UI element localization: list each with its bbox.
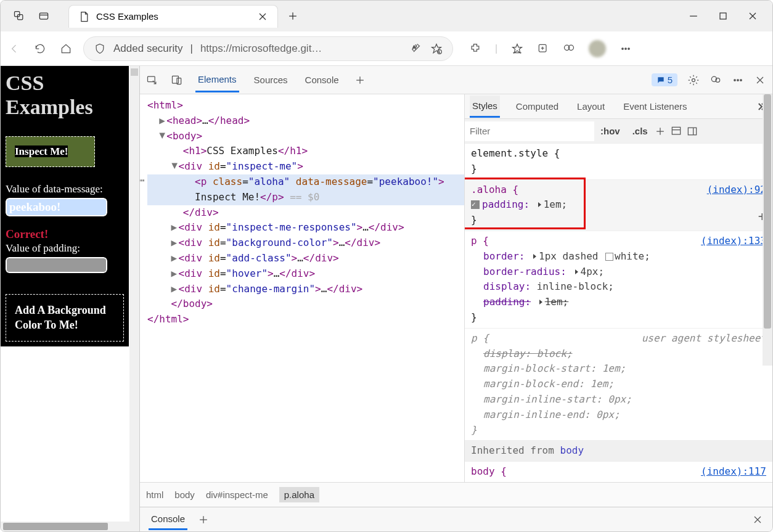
drawer-add-tab-icon[interactable] [197, 514, 210, 526]
titlebar: CSS Examples [1, 1, 772, 31]
refresh-icon[interactable] [34, 43, 46, 55]
svg-rect-3 [720, 13, 726, 19]
dom-breadcrumbs[interactable]: html body div#inspect-me p.aloha [140, 482, 772, 507]
styles-tab-layout[interactable]: Layout [575, 96, 607, 117]
page-icon [78, 10, 90, 23]
drawer-tab-console[interactable]: Console [149, 509, 187, 530]
toggle-sidebar-icon[interactable] [686, 125, 698, 137]
page-heading: CSS Examples [6, 71, 124, 119]
tab-console[interactable]: Console [303, 68, 342, 91]
back-icon[interactable] [8, 43, 20, 55]
issues-badge[interactable]: 5 [652, 73, 677, 86]
elements-tree[interactable]: <html> ▶<head>…</head> ▶<body> <h1>CSS E… [140, 94, 464, 482]
toolbar: Added security | https://microsoftedge.g… [1, 31, 772, 66]
bc-body[interactable]: body [174, 489, 195, 500]
devtools-tabs: Elements Sources Console 5 [140, 66, 772, 94]
hov-toggle[interactable]: :hov [594, 126, 626, 136]
shield-icon [94, 43, 106, 55]
settings-icon[interactable] [687, 74, 700, 86]
inspect-element-icon[interactable] [146, 74, 158, 86]
svg-point-19 [737, 79, 739, 81]
bc-html[interactable]: html [146, 489, 163, 500]
feedback-icon[interactable] [710, 74, 722, 86]
svg-rect-2 [39, 13, 47, 19]
svg-rect-12 [148, 76, 155, 81]
drawer-close-icon[interactable] [751, 514, 764, 526]
minimize-icon[interactable] [687, 10, 700, 22]
svg-rect-21 [672, 127, 680, 134]
bc-div[interactable]: div#inspect-me [206, 489, 268, 500]
home-icon[interactable] [60, 43, 72, 55]
tab-actions-icon[interactable] [38, 10, 50, 22]
close-tab-icon[interactable] [256, 10, 269, 23]
page-vertical-scrollbar[interactable] [129, 66, 139, 531]
address-bar[interactable]: Added security | https://microsoftedge.g… [83, 36, 453, 61]
svg-point-15 [692, 78, 695, 81]
device-toolbar-icon[interactable] [171, 74, 183, 86]
computed-styles-icon[interactable] [670, 125, 682, 137]
new-tab-icon[interactable] [287, 10, 299, 22]
devtools: Elements Sources Console 5 <html> ▶<head… [139, 66, 772, 531]
workspaces-icon[interactable] [13, 10, 25, 22]
prop-checkbox[interactable] [471, 200, 480, 209]
rule-p[interactable]: (index):133 p { border: 1px dashed white… [465, 231, 772, 329]
tab-sources[interactable]: Sources [252, 68, 290, 91]
close-window-icon[interactable] [746, 10, 759, 22]
svg-point-18 [734, 79, 736, 81]
styles-tab-computed[interactable]: Computed [513, 96, 561, 117]
svg-point-10 [625, 47, 627, 49]
source-link-aloha[interactable]: (index):92 [707, 182, 766, 198]
cls-toggle[interactable]: .cls [626, 126, 654, 136]
browser-essentials-icon[interactable] [563, 43, 575, 55]
styles-scrollbar[interactable] [763, 94, 772, 366]
inherited-from: Inherited from body [465, 441, 772, 462]
svg-point-20 [740, 79, 742, 81]
data-message-input[interactable]: peekaboo! [6, 198, 107, 216]
highlight-annotation [465, 178, 586, 229]
styles-tab-styles[interactable]: Styles [470, 96, 500, 118]
browser-tab[interactable]: CSS Examples [68, 5, 278, 28]
devtools-close-icon[interactable] [754, 74, 766, 86]
rule-element-style[interactable]: element.style { } [465, 144, 772, 180]
label-padding: Value of padding: [6, 242, 124, 255]
styles-tab-listeners[interactable]: Event Listeners [621, 96, 689, 117]
svg-text:A⁾: A⁾ [412, 44, 417, 50]
more-icon[interactable] [620, 43, 632, 55]
padding-input[interactable] [6, 257, 107, 273]
devtools-more-icon[interactable] [732, 74, 744, 86]
bc-p[interactable]: p.aloha [279, 487, 319, 502]
bg-color-box[interactable]: Add A Background Color To Me! [6, 294, 124, 342]
new-style-rule-icon[interactable] [654, 125, 666, 137]
page-horizontal-scrollbar[interactable] [1, 522, 139, 531]
rule-body[interactable]: (index):117 body { [465, 462, 772, 482]
favorite-icon[interactable] [430, 43, 443, 55]
selected-dom-node[interactable]: <p class="aloha" data-message="peekaboo!… [147, 174, 464, 190]
tab-elements[interactable]: Elements [195, 68, 239, 92]
tab-title-text: CSS Examples [96, 11, 158, 22]
svg-rect-13 [173, 76, 179, 83]
rule-user-agent[interactable]: user agent stylesheet p { display: block… [465, 329, 772, 441]
profile-avatar[interactable] [589, 40, 606, 57]
svg-point-9 [622, 47, 624, 49]
correct-text: Correct! [6, 227, 124, 241]
svg-rect-1 [18, 15, 23, 20]
rendered-page: CSS Examples Inspect Me! Value of data-m… [1, 66, 129, 346]
svg-point-11 [628, 47, 630, 49]
label-data-message: Value of data-message: [6, 183, 124, 195]
inspect-me-text: Inspect Me! [15, 145, 68, 157]
collections-icon[interactable] [537, 43, 549, 55]
favorites-icon[interactable] [511, 43, 523, 55]
rule-aloha[interactable]: (index):92 .aloha { padding: 1em; } + [465, 180, 772, 231]
source-link-body[interactable]: (index):117 [701, 464, 766, 480]
more-tabs-icon[interactable] [354, 74, 366, 86]
styles-pane: Styles Computed Layout Event Listeners :… [464, 94, 772, 482]
styles-filter-input[interactable] [465, 121, 594, 141]
svg-rect-0 [15, 12, 20, 17]
svg-rect-22 [688, 128, 696, 135]
inspect-me-box[interactable]: Inspect Me! [6, 136, 95, 167]
security-label: Added security [113, 43, 182, 55]
extensions-icon[interactable] [469, 43, 481, 55]
maximize-icon[interactable] [717, 10, 729, 22]
source-link-p[interactable]: (index):133 [701, 234, 766, 249]
read-aloud-icon[interactable]: A⁾ [411, 43, 423, 55]
